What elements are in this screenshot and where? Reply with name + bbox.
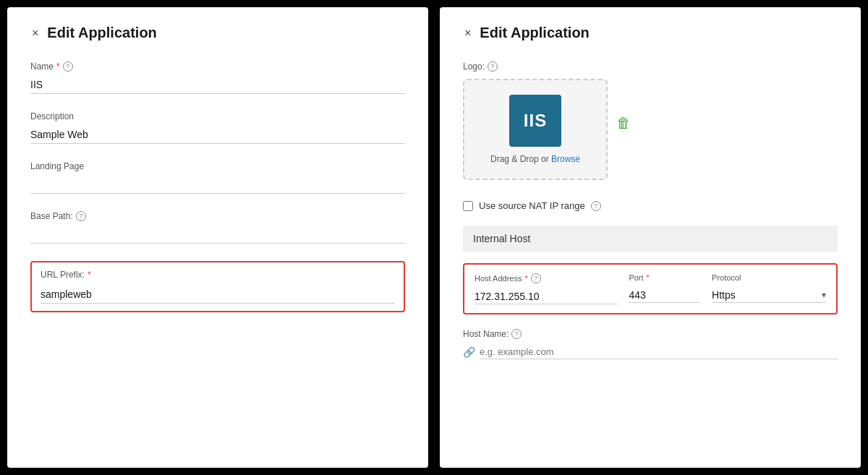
url-prefix-input[interactable] [41, 286, 395, 304]
logo-row: IIS Drag & Drop or Browse 🗑 [463, 79, 838, 183]
base-path-field-group: Base Path: ? [30, 211, 405, 244]
left-panel-header: × Edit Application [30, 25, 405, 41]
port-required: * [647, 273, 650, 282]
base-path-input[interactable] [30, 226, 405, 244]
name-input[interactable] [30, 76, 405, 94]
host-name-input[interactable] [480, 345, 838, 359]
protocol-value-row[interactable]: Https ▾ [712, 288, 826, 303]
host-address-label: Host Address * ? [475, 273, 617, 283]
nat-help-icon[interactable]: ? [591, 201, 601, 211]
logo-label: Logo: ? [463, 61, 838, 72]
url-prefix-required: * [88, 270, 91, 280]
host-address-value: 172.31.255.10 [475, 289, 617, 304]
nat-checkbox-row: Use source NAT IP range ? [463, 200, 838, 211]
browse-link[interactable]: Browse [551, 154, 580, 164]
link-icon: 🔗 [463, 346, 475, 358]
host-name-group: Host Name: ? 🔗 [463, 329, 838, 359]
base-path-label: Base Path: ? [30, 211, 405, 221]
host-fields-row: Host Address * ? 172.31.255.10 Port * 44… [475, 273, 826, 304]
left-close-button[interactable]: × [30, 26, 40, 40]
port-value: 443 [629, 288, 700, 303]
right-panel: × Edit Application Logo: ? IIS Drag & Dr… [440, 7, 861, 468]
base-path-help-icon[interactable]: ? [76, 211, 86, 221]
nat-label: Use source NAT IP range [479, 200, 585, 211]
landing-page-field-group: Landing Page [30, 161, 405, 194]
host-address-col: Host Address * ? 172.31.255.10 [475, 273, 617, 304]
delete-logo-icon[interactable]: 🗑 [616, 115, 631, 132]
left-panel: × Edit Application Name * ? Description … [7, 7, 428, 468]
name-help-icon[interactable]: ? [63, 61, 73, 72]
name-field-group: Name * ? [30, 61, 405, 94]
host-fields-group: Host Address * ? 172.31.255.10 Port * 44… [463, 263, 838, 314]
nat-checkbox[interactable] [463, 201, 473, 211]
right-close-button[interactable]: × [463, 26, 472, 40]
name-label: Name * ? [30, 61, 405, 72]
left-panel-title: Edit Application [47, 25, 156, 41]
host-name-help-icon[interactable]: ? [511, 329, 522, 339]
url-prefix-field-group: URL Prefix: * [30, 261, 405, 312]
port-col: Port * 443 [629, 273, 700, 304]
protocol-select-value: Https [712, 289, 736, 301]
iis-logo: IIS [509, 95, 561, 147]
logo-upload-area[interactable]: IIS Drag & Drop or Browse [463, 79, 608, 180]
host-address-help-icon[interactable]: ? [531, 273, 541, 283]
host-name-label: Host Name: ? [463, 329, 838, 339]
host-address-required: * [524, 274, 527, 283]
right-panel-header: × Edit Application [463, 25, 838, 41]
description-label: Description [30, 111, 405, 121]
description-input[interactable] [30, 126, 405, 144]
logo-group: Logo: ? IIS Drag & Drop or Browse 🗑 [463, 61, 838, 183]
host-name-input-row: 🔗 [463, 345, 838, 359]
protocol-label: Protocol [712, 273, 826, 282]
port-label: Port * [629, 273, 700, 282]
name-required: * [56, 61, 60, 72]
internal-host-section-bar: Internal Host [463, 226, 838, 252]
iis-logo-text: IIS [524, 111, 547, 131]
url-prefix-label: URL Prefix: * [41, 270, 395, 280]
protocol-col: Protocol Https ▾ [712, 273, 826, 304]
logo-help-icon[interactable]: ? [488, 61, 498, 72]
landing-page-input[interactable] [30, 176, 405, 194]
right-panel-title: Edit Application [480, 25, 589, 41]
drag-drop-text: Drag & Drop or Browse [490, 154, 580, 164]
description-field-group: Description [30, 111, 405, 144]
landing-page-label: Landing Page [30, 161, 405, 171]
protocol-chevron-icon: ▾ [822, 290, 826, 300]
